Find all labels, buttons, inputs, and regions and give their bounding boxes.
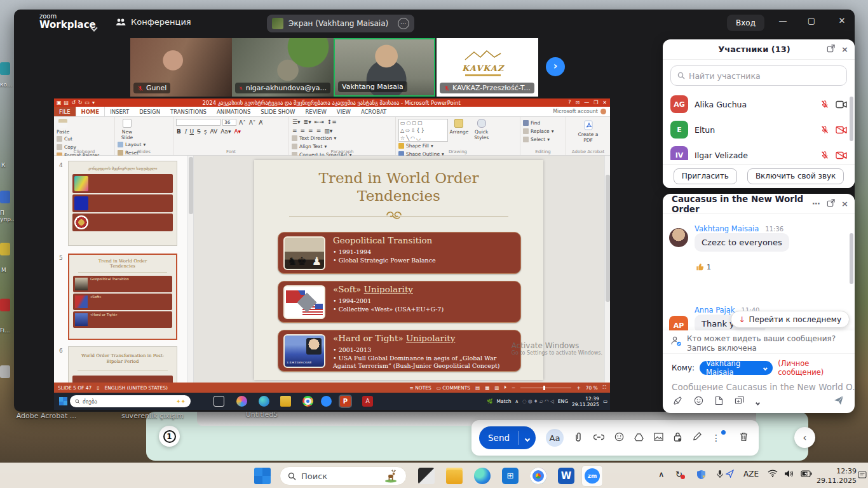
slide-thumb-6[interactable]: World Order Transformation in Post-Bipol… — [68, 346, 177, 383]
tray-icons[interactable]: ◌ ◍ ♦ ▱ ◠ ◁ — [522, 398, 554, 404]
drive-icon[interactable] — [634, 433, 644, 444]
start-show-icon[interactable]: ▭ — [85, 100, 90, 105]
file-icon[interactable] — [715, 396, 723, 407]
desktop-icon[interactable] — [0, 191, 10, 203]
help-icon[interactable]: ? — [568, 100, 571, 105]
ppt-quick-access-toolbar[interactable]: ▣▤↺↻▭▾ — [54, 100, 95, 105]
italic-button[interactable]: I — [184, 128, 187, 135]
acrobat-icon[interactable]: A — [362, 396, 373, 407]
scrollbar-thumb[interactable] — [606, 175, 610, 302]
zoom-taskbar-button-active[interactable]: zm — [581, 465, 603, 487]
redo-icon[interactable]: ↻ — [78, 100, 83, 105]
participant-row[interactable]: E Eltun — [663, 117, 855, 142]
chat-more-icon[interactable]: ⋯ — [812, 199, 820, 208]
spell-check-icon[interactable]: ▯ — [97, 385, 99, 391]
line-spacing-button[interactable]: ↕≡ — [327, 119, 337, 125]
tab-review[interactable]: REVIEW — [300, 107, 331, 116]
notes-button[interactable]: ≡ NOTES — [410, 385, 431, 391]
camera-on-icon[interactable] — [836, 100, 847, 109]
unmute-button[interactable]: Включить свой звук — [747, 168, 844, 184]
align-right-button[interactable]: ≡ — [308, 128, 314, 134]
invite-button[interactable]: Пригласить — [674, 168, 737, 184]
compose-more-chevron-icon[interactable] — [756, 396, 759, 407]
replace-button[interactable]: Replace ▾ — [523, 127, 563, 135]
start-button-icon[interactable] — [59, 397, 67, 405]
file-explorer-button[interactable] — [446, 468, 463, 484]
view-reading-icon[interactable]: ▥ — [494, 385, 499, 391]
create-pdf-button[interactable]: Create a PDF — [569, 120, 607, 143]
participants-scrollbar[interactable] — [850, 97, 853, 141]
bold-button[interactable]: B — [176, 128, 182, 135]
underline-button[interactable]: U — [189, 128, 194, 135]
camera-off-icon[interactable] — [836, 151, 847, 159]
close-participants-icon[interactable]: × — [841, 44, 848, 54]
shapes-gallery[interactable]: ▭○◻▢△⇨⇩{}☆╲◠◡ — [398, 119, 448, 142]
tab-meeting[interactable]: Конференция — [116, 17, 191, 27]
shared-clock[interactable]: 12:3929.11.2025 — [572, 396, 599, 407]
reaction-pill[interactable]: 1 — [696, 262, 711, 271]
screenshot-icon[interactable] — [735, 396, 745, 407]
canvas-scrollbar[interactable] — [604, 156, 610, 383]
video-tile-gunel[interactable]: Gunel — [130, 38, 232, 97]
discard-draft-icon[interactable] — [740, 432, 748, 444]
ppt-minimize-icon[interactable]: — — [584, 100, 589, 105]
jump-to-latest-button[interactable]: ↓ Перейти к последнему — [731, 311, 850, 328]
participant-row[interactable]: IV Ilgar Velizade — [663, 142, 855, 160]
save-icon[interactable]: ▤ — [64, 100, 69, 105]
change-case-button[interactable]: Aa▾ — [220, 128, 231, 135]
maximize-button[interactable]: ▢ — [802, 16, 821, 25]
format-icon[interactable] — [673, 396, 682, 407]
battery-icon[interactable] — [801, 470, 812, 479]
font-name-box[interactable] — [176, 119, 220, 126]
numbering-button[interactable]: ≣▾ — [303, 119, 312, 125]
participant-search[interactable]: Найти участника — [670, 65, 847, 86]
insert-link-icon[interactable] — [593, 433, 604, 443]
task-view-button[interactable] — [418, 468, 435, 484]
send-message-icon[interactable] — [833, 395, 844, 408]
zoom-in-icon[interactable]: + — [576, 385, 580, 391]
align-left-button[interactable]: ≡ — [292, 128, 298, 134]
chrome-icon[interactable] — [302, 396, 313, 407]
chat-popout-icon[interactable] — [827, 199, 835, 209]
char-spacing-button[interactable]: AV — [209, 128, 218, 135]
recording-sync-icon[interactable]: ↻ — [675, 470, 682, 479]
desktop-icon-label[interactable]: Untitled5 — [224, 410, 300, 419]
share-options-icon[interactable]: ⋯ — [398, 18, 409, 29]
tab-home[interactable]: HOME — [76, 107, 105, 116]
security-shield-icon[interactable] — [696, 470, 706, 482]
text-shadow-button[interactable]: s̩ — [203, 128, 208, 135]
ribbon-options-icon[interactable]: ⊡ — [575, 100, 580, 105]
video-tile-kavkaz[interactable]: KAVKAZ KAVKAZ-Przeszłość-T... — [437, 38, 538, 97]
ms-store-button[interactable]: ⊞ — [502, 468, 519, 484]
chat-scrollbar[interactable] — [850, 233, 853, 284]
location-arrow-icon[interactable] — [726, 470, 734, 480]
indent-buttons[interactable]: ⇤⇥ — [314, 119, 325, 125]
justify-button[interactable]: ≡ — [316, 128, 322, 134]
cut-button[interactable]: Cut — [57, 135, 99, 143]
message-author[interactable]: Anna Pająk — [695, 306, 735, 315]
tray-expand-icon[interactable]: ∧ — [515, 398, 519, 404]
desktop-icon[interactable] — [0, 62, 10, 75]
task-view-icon[interactable] — [214, 396, 224, 407]
wifi-icon[interactable] — [768, 470, 778, 479]
edge-icon[interactable] — [259, 396, 269, 407]
tab-file[interactable]: FILE — [54, 107, 76, 116]
notification-icon[interactable]: ▭ — [603, 398, 607, 404]
formatting-options-button[interactable]: Aa — [546, 429, 564, 447]
view-sorter-icon[interactable]: ▦ — [485, 385, 489, 391]
paste-button[interactable]: Paste — [57, 119, 69, 135]
mic-tray-icon[interactable] — [717, 470, 723, 480]
message-author[interactable]: Vakhtang Maisaia — [695, 224, 759, 233]
slide-thumb-4[interactable]: კონცეფციის მეცნიერული საფუძველი — [68, 161, 177, 246]
word-button[interactable]: W — [558, 468, 574, 484]
select-button[interactable]: Select ▾ — [523, 135, 563, 144]
desktop-icon[interactable] — [0, 243, 10, 255]
show-desktop-notifications-icon[interactable] — [858, 471, 867, 480]
slide-title[interactable]: Trend in World OrderTendencies — [254, 169, 543, 205]
tab-view[interactable]: VIEW — [332, 107, 356, 116]
signin-button[interactable]: Вход — [727, 15, 764, 31]
emoji-icon[interactable] — [694, 396, 703, 407]
columns-button[interactable]: ▥▾ — [323, 128, 333, 134]
attach-file-icon[interactable] — [574, 432, 583, 444]
confidential-lock-icon[interactable] — [674, 432, 682, 444]
